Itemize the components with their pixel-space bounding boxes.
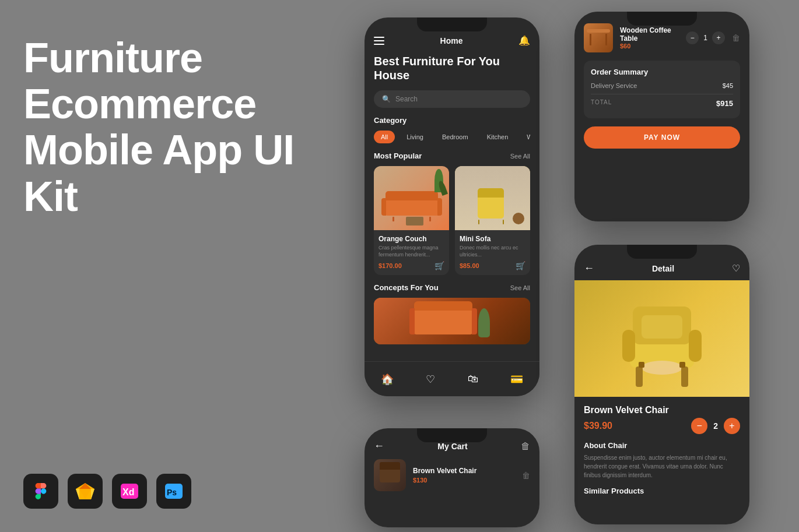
concepts-see-all[interactable]: See All — [510, 284, 530, 291]
chair-price: $39.90 — [584, 421, 612, 431]
order-notch — [627, 12, 697, 26]
main-title: Furniture Ecommerce Mobile App UI Kit — [23, 35, 315, 220]
detail-qty-plus[interactable]: + — [724, 418, 740, 434]
qty-increase[interactable]: + — [712, 31, 725, 44]
add-to-cart-orange-couch[interactable]: 🛒 — [434, 261, 444, 270]
cart-item-name: Brown Velvet Chair — [413, 467, 515, 475]
mini-sofa-info: Mini Sofa Donec mollis nec arcu ec ultri… — [455, 230, 530, 275]
product-footer-orange-couch: $170.00 🛒 — [379, 261, 444, 270]
title-line3: Mobile App UI Kit — [23, 126, 294, 219]
title-line1: Furniture — [23, 34, 202, 81]
svg-marker-4 — [91, 489, 94, 499]
phone-order: Wooden Coffee Table $60 − 1 + 🗑 Order Su… — [574, 12, 749, 221]
detail-notch — [627, 245, 697, 259]
hamburger-menu[interactable] — [374, 37, 384, 45]
cart-item: Brown Velvet Chair $130 🗑 — [365, 459, 539, 491]
detail-title: Detail — [652, 264, 674, 273]
phone-home: Home 🔔 Best Furniture For You House 🔍 Se… — [365, 17, 539, 396]
pay-now-button[interactable]: PAY NOW — [584, 126, 740, 149]
cart-item-info: Brown Velvet Chair $130 — [413, 467, 515, 484]
product-desc-orange-couch: Cras pellentesque magna fermentum hendre… — [379, 245, 444, 258]
back-button[interactable]: ← — [584, 262, 594, 274]
svg-rect-18 — [679, 362, 685, 368]
qty-number: 1 — [703, 34, 707, 42]
most-popular-header: Most Popular See All — [374, 152, 530, 160]
nav-wishlist-icon[interactable]: ♡ — [426, 373, 435, 386]
svg-text:Ps: Ps — [167, 488, 177, 497]
about-chair-text: Suspendisse enim justo, auctor elementum… — [584, 453, 740, 480]
notification-icon[interactable]: 🔔 — [518, 35, 530, 46]
cart-back-button[interactable]: ← — [374, 440, 384, 452]
left-section: Furniture Ecommerce Mobile App UI Kit — [23, 35, 315, 220]
svg-rect-14 — [642, 315, 682, 339]
products-grid: Orange Couch Cras pellentesque magna fer… — [374, 166, 530, 275]
qty-decrease[interactable]: − — [686, 31, 699, 44]
svg-rect-16 — [681, 367, 688, 387]
product-card-mini-sofa[interactable]: Mini Sofa Donec mollis nec arcu ec ultri… — [455, 166, 530, 275]
cart-item-price: $130 — [413, 477, 515, 484]
svg-point-13 — [642, 361, 682, 375]
cart-item-delete[interactable]: 🗑 — [522, 471, 530, 480]
phone-header: Home 🔔 — [374, 35, 530, 46]
product-card-orange-couch[interactable]: Orange Couch Cras pellentesque magna fer… — [374, 166, 449, 275]
order-summary-box: Order Summary Delivery Service $45 TOTAL… — [584, 61, 740, 118]
most-popular-see-all[interactable]: See All — [510, 153, 530, 160]
delivery-value: $45 — [723, 82, 733, 89]
nav-home-icon[interactable]: 🏠 — [381, 373, 394, 386]
cart-item-image — [374, 459, 406, 491]
orange-couch-price: $170.00 — [379, 262, 402, 269]
most-popular-label: Most Popular — [374, 152, 422, 160]
mini-sofa-image — [455, 166, 530, 230]
order-item: Wooden Coffee Table $60 − 1 + 🗑 — [584, 23, 740, 52]
chair-name: Brown Velvet Chair — [584, 405, 740, 415]
add-to-cart-mini-sofa[interactable]: 🛒 — [516, 261, 525, 270]
category-bedroom[interactable]: Bedroom — [435, 131, 475, 143]
delete-item-icon[interactable]: 🗑 — [732, 33, 740, 43]
product-desc-mini-sofa: Donec mollis nec arcu ec ultricies... — [460, 245, 525, 258]
detail-qty-count: 2 — [713, 421, 718, 431]
tool-icons: Xd Ps — [23, 474, 191, 509]
phone-nav-title: Home — [440, 36, 463, 45]
home-heading: Best Furniture For You House — [374, 54, 530, 82]
cart-delete-icon[interactable]: 🗑 — [521, 441, 530, 452]
phone-home-content: Home 🔔 Best Furniture For You House 🔍 Se… — [365, 17, 539, 396]
category-kitchen[interactable]: Kitchen — [480, 131, 516, 143]
category-label: Category — [374, 116, 530, 125]
wishlist-button[interactable]: ♡ — [732, 263, 740, 274]
phone-cart: ← My Cart 🗑 Brown Velvet Chair $130 🗑 — [365, 428, 539, 527]
order-item-price: $60 — [620, 43, 679, 50]
concepts-header: Concepts For You See All — [374, 283, 530, 292]
wooden-table-img — [584, 23, 613, 52]
cart-notch — [417, 428, 487, 442]
bottom-nav: 🏠 ♡ 🛍 💳 — [365, 361, 539, 396]
about-chair-title: About Chair — [584, 441, 740, 450]
category-workspace[interactable]: Workspace — [520, 131, 530, 143]
order-content: Wooden Coffee Table $60 − 1 + 🗑 Order Su… — [574, 12, 749, 160]
total-value: $915 — [716, 99, 733, 108]
xd-icon: Xd — [112, 474, 147, 509]
search-bar[interactable]: 🔍 Search — [374, 90, 530, 108]
concepts-banner[interactable] — [374, 298, 530, 344]
product-name-orange-couch: Orange Couch — [379, 235, 444, 243]
order-divider — [591, 94, 733, 94]
category-all[interactable]: All — [374, 131, 395, 143]
ps-icon: Ps — [156, 474, 191, 509]
search-placeholder: Search — [395, 95, 418, 103]
category-living[interactable]: Living — [400, 131, 430, 143]
phone-detail: ← Detail ♡ Brown Velve — [574, 245, 749, 524]
delivery-label: Delivery Service — [591, 82, 637, 89]
product-name-mini-sofa: Mini Sofa — [460, 235, 525, 243]
svg-rect-12 — [689, 330, 702, 362]
order-qty-controls: − 1 + — [686, 31, 725, 44]
nav-payment-icon[interactable]: 💳 — [510, 373, 523, 386]
total-label: TOTAL — [591, 99, 612, 108]
detail-qty-minus[interactable]: − — [691, 418, 707, 434]
orange-couch-info: Orange Couch Cras pellentesque magna fer… — [374, 230, 449, 275]
order-summary-title: Order Summary — [591, 68, 733, 76]
figma-icon — [23, 474, 58, 509]
nav-cart-icon[interactable]: 🛍 — [468, 373, 478, 385]
detail-info: Brown Velvet Chair $39.90 − 2 + About Ch… — [574, 397, 749, 503]
orange-couch-image — [374, 166, 449, 230]
mini-sofa-price: $85.00 — [460, 262, 479, 269]
product-footer-mini-sofa: $85.00 🛒 — [460, 261, 525, 270]
